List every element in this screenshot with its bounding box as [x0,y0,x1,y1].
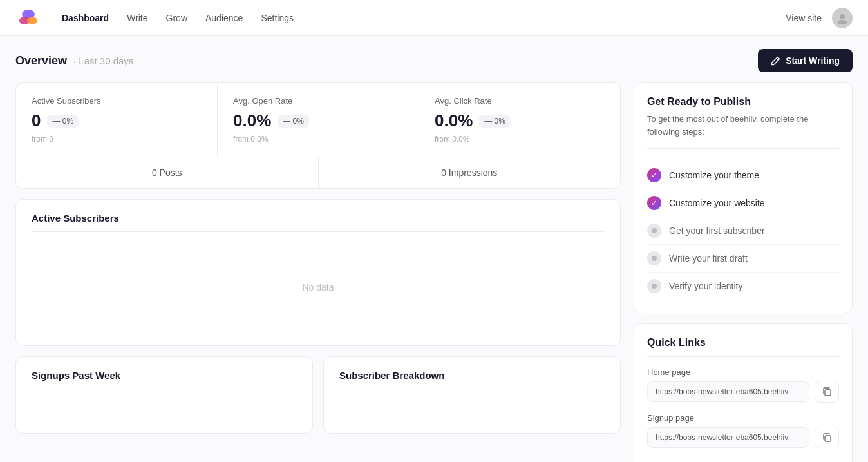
nav-links: Dashboard Write Grow Audience Settings [62,13,765,23]
checklist-item-2[interactable]: Get your first subscriber [647,217,839,245]
main-layout: Active Subscribers 0 — 0% from 0 Avg. Op… [0,82,868,462]
bottom-cards-row: Signups Past Week Subscriber Breakdown [15,356,621,434]
nav-write[interactable]: Write [127,13,147,23]
view-site-link[interactable]: View site [786,13,822,23]
home-page-row: https://bobs-newsletter-eba605.beehiiv [647,381,839,403]
check-pending-icon-3 [647,251,661,265]
checklist-item-1[interactable]: ✓ Customize your website [647,189,839,217]
stat-from-2: from 0.0% [435,135,605,144]
check-done-icon-1: ✓ [647,196,661,210]
stats-row: Active Subscribers 0 — 0% from 0 Avg. Op… [16,83,620,157]
check-pending-icon-4 [647,279,661,293]
stat-from-0: from 0 [32,135,202,144]
metric-posts[interactable]: 0 Posts [16,157,319,188]
svg-point-2 [27,17,37,24]
svg-rect-6 [825,436,831,441]
left-column: Active Subscribers 0 — 0% from 0 Avg. Op… [15,82,621,462]
active-subscribers-chart-card: Active Subscribers No data [15,199,621,346]
chart-empty-label: No data [32,242,605,332]
stat-active-subscribers: Active Subscribers 0 — 0% from 0 [16,83,218,157]
signup-page-row: https://bobs-newsletter-eba605.beehiiv [647,427,839,448]
copy-home-page-button[interactable] [815,381,839,403]
nav-settings[interactable]: Settings [261,13,294,23]
nav-dashboard[interactable]: Dashboard [62,13,109,23]
stat-value-2: 0.0% [435,111,473,131]
copy-signup-page-button[interactable] [815,427,839,448]
stat-badge-1: — 0% [278,115,309,128]
copy-icon [822,387,832,397]
checklist-item-0[interactable]: ✓ Customize your theme [647,162,839,189]
quick-links-card: Quick Links Home page https://bobs-newsl… [634,323,853,462]
page-header: Overview · Last 30 days Start Writing [0,36,868,82]
checklist-label-2: Get your first subscriber [669,226,765,236]
checklist-item-3[interactable]: Write your first draft [647,245,839,273]
copy-icon-2 [822,432,832,443]
navigation: Dashboard Write Grow Audience Settings V… [0,0,868,36]
metric-impressions[interactable]: 0 Impressions [319,157,621,188]
get-ready-subtitle: To get the most out of beehiiv, complete… [647,113,839,149]
quick-links-title: Quick Links [647,337,839,357]
checklist-label-3: Write your first draft [669,253,748,264]
get-ready-title: Get Ready to Publish [647,96,839,108]
nav-right: View site [786,8,853,28]
home-page-url: https://bobs-newsletter-eba605.beehiiv [647,381,809,402]
svg-point-3 [840,14,845,19]
signups-card: Signups Past Week [15,356,313,434]
page-title: Overview · Last 30 days [15,54,133,68]
checklist-item-4[interactable]: Verify your identity [647,273,839,300]
breakdown-card: Subscriber Breakdown [323,356,621,434]
svg-point-4 [838,20,847,24]
home-page-label: Home page [647,367,839,377]
breakdown-title: Subscriber Breakdown [339,370,605,389]
logo[interactable] [15,5,41,31]
stats-card: Active Subscribers 0 — 0% from 0 Avg. Op… [15,82,621,189]
signup-page-url: https://bobs-newsletter-eba605.beehiiv [647,427,809,448]
svg-rect-5 [825,390,831,396]
metrics-row: 0 Posts 0 Impressions [16,157,620,188]
right-column: Get Ready to Publish To get the most out… [634,82,853,462]
stat-from-1: from 0.0% [233,135,403,144]
check-pending-icon-2 [647,224,661,238]
checklist-label-0: Customize your theme [669,170,759,180]
get-ready-card: Get Ready to Publish To get the most out… [634,82,853,313]
start-writing-button[interactable]: Start Writing [758,49,853,72]
stat-value-1: 0.0% [233,111,271,131]
stat-badge-0: — 0% [47,115,79,128]
stat-value-0: 0 [32,111,41,131]
checklist-label-1: Customize your website [669,198,765,208]
nav-audience[interactable]: Audience [205,13,243,23]
avatar[interactable] [832,8,853,28]
signups-title: Signups Past Week [32,370,297,389]
stat-click-rate: Avg. Click Rate 0.0% — 0% from 0.0% [419,83,620,157]
stat-open-rate: Avg. Open Rate 0.0% — 0% from 0.0% [218,83,419,157]
signup-page-label: Signup page [647,413,839,423]
checklist-label-4: Verify your identity [669,281,742,291]
chart-title: Active Subscribers [32,213,605,232]
pencil-icon [771,56,780,66]
check-done-icon-0: ✓ [647,168,661,182]
stat-badge-2: — 0% [479,115,511,128]
nav-grow[interactable]: Grow [166,13,187,23]
